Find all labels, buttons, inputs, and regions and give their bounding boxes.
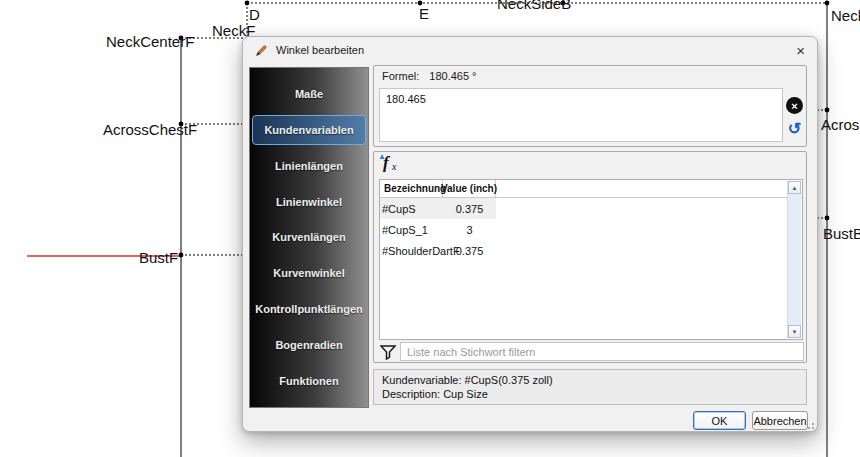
table-row[interactable]: #ShoulderDartF 0.375 — [380, 240, 496, 261]
column-header-value[interactable]: Value (inch) — [443, 180, 496, 197]
point-label-acrossb[interactable]: Acros — [821, 116, 859, 133]
cancel-button[interactable]: Abbrechen — [752, 411, 808, 430]
close-icon[interactable]: × — [796, 43, 805, 58]
sidebar-item-linienwinkel[interactable]: Linienwinkel — [252, 187, 366, 217]
formula-label: Formel: — [382, 70, 419, 82]
function-wizard-icon[interactable]: ▲ f x — [380, 153, 406, 177]
variables-sidebar: Maße Kundenvariablen Linienlängen Linien… — [249, 67, 369, 408]
point-label-bustb[interactable]: BustB — [823, 225, 860, 242]
variables-group: ▲ f x Bezeichnung Value (inch) #CupS 0.3… — [373, 151, 807, 363]
filter-row — [378, 342, 804, 362]
dialog-titlebar[interactable]: Winkel bearbeiten × — [243, 37, 817, 63]
scroll-up-icon[interactable]: ▲ — [788, 181, 801, 194]
variable-description: Description: Cup Size — [382, 387, 798, 401]
ok-button[interactable]: OK — [693, 411, 746, 430]
formula-input[interactable]: 180.465 — [379, 88, 783, 142]
sidebar-item-kontrollpunktlaengen[interactable]: Kontrollpunktlängen — [252, 294, 366, 324]
dialog-title: Winkel bearbeiten — [276, 44, 364, 56]
point-label-necksideb[interactable]: NeckSideB — [497, 0, 571, 12]
sidebar-item-linienlaengen[interactable]: Linienlängen — [252, 151, 366, 181]
sidebar-item-funktionen[interactable]: Funktionen — [252, 366, 366, 396]
pencil-icon — [255, 44, 268, 57]
sidebar-item-kurvenwinkel[interactable]: Kurvenwinkel — [252, 258, 366, 288]
sidebar-item-masse[interactable]: Maße — [252, 79, 366, 109]
formula-group: Formel: 180.465 ° 180.465 × ↺ — [373, 65, 807, 147]
resize-grip[interactable] — [805, 420, 814, 429]
point-label-e[interactable]: E — [419, 5, 429, 22]
column-header-bezeichnung[interactable]: Bezeichnung — [380, 180, 443, 197]
point-label-neckcenterf[interactable]: NeckCenterF — [106, 33, 194, 50]
scroll-down-icon[interactable]: ▼ — [788, 325, 801, 338]
table-row[interactable]: #CupS 0.375 — [380, 198, 496, 219]
sidebar-item-kundenvariablen[interactable]: Kundenvariablen — [252, 115, 366, 145]
point-label-neckb[interactable]: Neck — [831, 7, 860, 24]
undo-icon[interactable]: ↺ — [785, 119, 804, 138]
table-header-row: Bezeichnung Value (inch) — [380, 180, 802, 198]
variable-summary: Kundenvariable: #CupS(0.375 zoll) — [382, 373, 798, 387]
point-label-acrosschestf[interactable]: AcrossChestF — [103, 121, 197, 138]
clear-formula-icon[interactable]: × — [786, 97, 803, 114]
sidebar-item-bogenradien[interactable]: Bogenradien — [252, 330, 366, 360]
table-scrollbar[interactable]: ▲ ▼ — [787, 181, 801, 338]
sidebar-item-kurvenlaengen[interactable]: Kurvenlängen — [252, 222, 366, 252]
filter-input[interactable] — [400, 342, 804, 361]
variable-description-box: Kundenvariable: #CupS(0.375 zoll) Descri… — [373, 369, 807, 405]
formula-caption: Formel: 180.465 ° — [374, 66, 806, 82]
formula-result: 180.465 ° — [429, 70, 476, 82]
table-row[interactable]: #CupS_1 3 — [380, 219, 496, 240]
edit-angle-dialog: Winkel bearbeiten × Maße Kundenvariablen… — [242, 36, 818, 432]
variables-table[interactable]: Bezeichnung Value (inch) #CupS 0.375 #Cu… — [379, 179, 803, 340]
point-label-d[interactable]: D — [249, 6, 260, 23]
filter-icon — [380, 344, 396, 360]
point-label-bustf[interactable]: BustF — [139, 249, 178, 266]
